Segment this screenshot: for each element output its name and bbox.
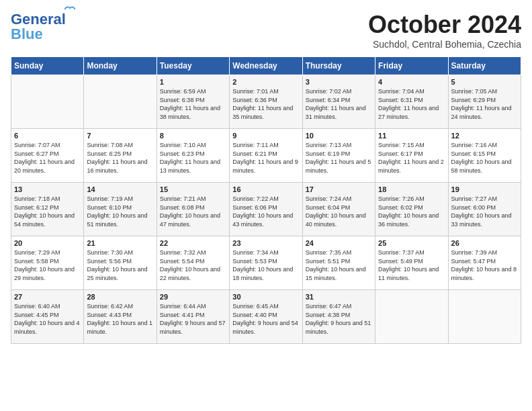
calendar-cell: 22Sunrise: 7:32 AM Sunset: 5:54 PM Dayli…	[157, 236, 229, 290]
logo-general: General	[11, 11, 66, 28]
day-number: 21	[87, 239, 153, 247]
day-info: Sunrise: 6:42 AM Sunset: 4:43 PM Dayligh…	[87, 302, 153, 336]
day-info: Sunrise: 7:37 AM Sunset: 5:49 PM Dayligh…	[378, 248, 445, 282]
day-info: Sunrise: 7:07 AM Sunset: 6:27 PM Dayligh…	[14, 141, 81, 175]
calendar-cell: 7Sunrise: 7:08 AM Sunset: 6:25 PM Daylig…	[84, 129, 157, 183]
day-number: 29	[160, 293, 226, 301]
calendar-cell: 24Sunrise: 7:35 AM Sunset: 5:51 PM Dayli…	[302, 236, 375, 290]
day-info: Sunrise: 6:59 AM Sunset: 6:38 PM Dayligh…	[160, 87, 226, 121]
day-number: 19	[451, 185, 518, 193]
calendar-cell: 3Sunrise: 7:02 AM Sunset: 6:34 PM Daylig…	[302, 75, 375, 129]
day-number: 30	[232, 293, 299, 301]
day-number: 1	[160, 78, 226, 86]
day-info: Sunrise: 7:04 AM Sunset: 6:31 PM Dayligh…	[378, 87, 445, 121]
calendar-table: SundayMondayTuesdayWednesdayThursdayFrid…	[11, 56, 521, 344]
day-number: 3	[306, 78, 372, 86]
page-header: General Blue October 2024 Suchdol, Centr…	[11, 11, 521, 50]
calendar-header-row: SundayMondayTuesdayWednesdayThursdayFrid…	[11, 57, 521, 75]
day-info: Sunrise: 7:05 AM Sunset: 6:29 PM Dayligh…	[451, 87, 518, 121]
calendar-cell: 26Sunrise: 7:39 AM Sunset: 5:47 PM Dayli…	[448, 236, 521, 290]
day-number: 12	[451, 132, 518, 140]
weekday-header-sunday: Sunday	[11, 57, 84, 75]
day-info: Sunrise: 7:15 AM Sunset: 6:17 PM Dayligh…	[378, 141, 445, 175]
calendar-cell: 12Sunrise: 7:16 AM Sunset: 6:15 PM Dayli…	[448, 129, 521, 183]
calendar-cell: 18Sunrise: 7:26 AM Sunset: 6:02 PM Dayli…	[375, 183, 448, 236]
day-number: 10	[306, 132, 372, 140]
calendar-cell: 4Sunrise: 7:04 AM Sunset: 6:31 PM Daylig…	[375, 75, 448, 129]
day-number: 17	[306, 185, 372, 193]
day-info: Sunrise: 7:13 AM Sunset: 6:19 PM Dayligh…	[306, 141, 372, 175]
calendar-cell	[84, 75, 157, 129]
day-number: 27	[14, 293, 81, 301]
day-number: 8	[160, 132, 226, 140]
calendar-week-row: 27Sunrise: 6:40 AM Sunset: 4:45 PM Dayli…	[11, 290, 521, 344]
calendar-cell: 25Sunrise: 7:37 AM Sunset: 5:49 PM Dayli…	[375, 236, 448, 290]
calendar-cell	[448, 290, 521, 344]
day-number: 25	[378, 239, 445, 247]
day-info: Sunrise: 7:22 AM Sunset: 6:06 PM Dayligh…	[232, 195, 299, 228]
location-subtitle: Suchdol, Central Bohemia, Czechia	[368, 39, 521, 50]
day-number: 14	[87, 185, 153, 193]
calendar-week-row: 20Sunrise: 7:29 AM Sunset: 5:58 PM Dayli…	[11, 236, 521, 290]
weekday-header-saturday: Saturday	[448, 57, 521, 75]
calendar-cell: 17Sunrise: 7:24 AM Sunset: 6:04 PM Dayli…	[302, 183, 375, 236]
calendar-cell: 20Sunrise: 7:29 AM Sunset: 5:58 PM Dayli…	[11, 236, 84, 290]
calendar-cell: 14Sunrise: 7:19 AM Sunset: 6:10 PM Dayli…	[84, 183, 157, 236]
calendar-cell: 15Sunrise: 7:21 AM Sunset: 6:08 PM Dayli…	[157, 183, 229, 236]
calendar-cell: 19Sunrise: 7:27 AM Sunset: 6:00 PM Dayli…	[448, 183, 521, 236]
weekday-header-friday: Friday	[375, 57, 448, 75]
day-number: 4	[378, 78, 445, 86]
calendar-cell	[375, 290, 448, 344]
calendar-cell: 29Sunrise: 6:44 AM Sunset: 4:41 PM Dayli…	[157, 290, 229, 344]
day-info: Sunrise: 6:44 AM Sunset: 4:41 PM Dayligh…	[160, 302, 226, 336]
calendar-cell: 31Sunrise: 6:47 AM Sunset: 4:38 PM Dayli…	[302, 290, 375, 344]
calendar-cell	[11, 75, 84, 129]
calendar-cell: 1Sunrise: 6:59 AM Sunset: 6:38 PM Daylig…	[157, 75, 229, 129]
calendar-cell: 11Sunrise: 7:15 AM Sunset: 6:17 PM Dayli…	[375, 129, 448, 183]
day-info: Sunrise: 7:11 AM Sunset: 6:21 PM Dayligh…	[232, 141, 299, 175]
day-number: 6	[14, 132, 81, 140]
day-number: 2	[232, 78, 299, 86]
day-info: Sunrise: 7:29 AM Sunset: 5:58 PM Dayligh…	[14, 248, 81, 282]
calendar-cell: 10Sunrise: 7:13 AM Sunset: 6:19 PM Dayli…	[302, 129, 375, 183]
day-info: Sunrise: 7:10 AM Sunset: 6:23 PM Dayligh…	[160, 141, 226, 175]
calendar-cell: 30Sunrise: 6:45 AM Sunset: 4:40 PM Dayli…	[230, 290, 302, 344]
day-info: Sunrise: 7:32 AM Sunset: 5:54 PM Dayligh…	[160, 248, 226, 282]
day-number: 22	[160, 239, 226, 247]
day-number: 20	[14, 239, 81, 247]
calendar-cell: 16Sunrise: 7:22 AM Sunset: 6:06 PM Dayli…	[230, 183, 302, 236]
day-info: Sunrise: 7:21 AM Sunset: 6:08 PM Dayligh…	[160, 195, 226, 228]
month-title: October 2024	[368, 11, 521, 39]
calendar-week-row: 13Sunrise: 7:18 AM Sunset: 6:12 PM Dayli…	[11, 183, 521, 236]
day-info: Sunrise: 6:40 AM Sunset: 4:45 PM Dayligh…	[14, 302, 81, 336]
calendar-cell: 28Sunrise: 6:42 AM Sunset: 4:43 PM Dayli…	[84, 290, 157, 344]
day-info: Sunrise: 7:18 AM Sunset: 6:12 PM Dayligh…	[14, 195, 81, 228]
title-section: October 2024 Suchdol, Central Bohemia, C…	[368, 11, 521, 50]
calendar-week-row: 6Sunrise: 7:07 AM Sunset: 6:27 PM Daylig…	[11, 129, 521, 183]
calendar-cell: 21Sunrise: 7:30 AM Sunset: 5:56 PM Dayli…	[84, 236, 157, 290]
day-number: 13	[14, 185, 81, 193]
day-info: Sunrise: 7:16 AM Sunset: 6:15 PM Dayligh…	[451, 141, 518, 175]
day-info: Sunrise: 7:34 AM Sunset: 5:53 PM Dayligh…	[232, 248, 299, 282]
day-number: 11	[378, 132, 445, 140]
day-info: Sunrise: 7:08 AM Sunset: 6:25 PM Dayligh…	[87, 141, 153, 175]
logo-bird-icon	[64, 5, 75, 13]
day-number: 5	[451, 78, 518, 86]
weekday-header-tuesday: Tuesday	[157, 57, 229, 75]
weekday-header-monday: Monday	[84, 57, 157, 75]
day-info: Sunrise: 7:24 AM Sunset: 6:04 PM Dayligh…	[306, 195, 372, 228]
day-number: 18	[378, 185, 445, 193]
calendar-cell: 13Sunrise: 7:18 AM Sunset: 6:12 PM Dayli…	[11, 183, 84, 236]
day-number: 28	[87, 293, 153, 301]
day-number: 23	[232, 239, 299, 247]
calendar-cell: 8Sunrise: 7:10 AM Sunset: 6:23 PM Daylig…	[157, 129, 229, 183]
calendar-cell: 23Sunrise: 7:34 AM Sunset: 5:53 PM Dayli…	[230, 236, 302, 290]
day-number: 16	[232, 185, 299, 193]
day-number: 31	[306, 293, 372, 301]
weekday-header-thursday: Thursday	[302, 57, 375, 75]
day-info: Sunrise: 6:47 AM Sunset: 4:38 PM Dayligh…	[306, 302, 372, 336]
day-number: 15	[160, 185, 226, 193]
day-info: Sunrise: 7:39 AM Sunset: 5:47 PM Dayligh…	[451, 248, 518, 282]
day-info: Sunrise: 6:45 AM Sunset: 4:40 PM Dayligh…	[232, 302, 299, 336]
day-info: Sunrise: 7:02 AM Sunset: 6:34 PM Dayligh…	[306, 87, 372, 121]
